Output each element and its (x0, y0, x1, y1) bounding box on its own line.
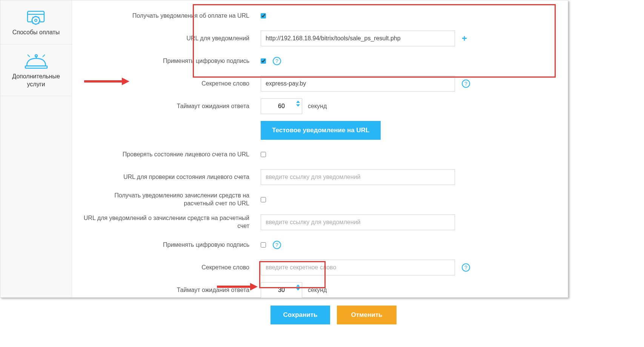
svg-rect-12 (25, 66, 47, 68)
sidebar-item-label: Дополнительные услуги (4, 73, 68, 89)
test-notification-button[interactable]: Тестовое уведомление на URL (261, 121, 381, 140)
check-url-label: URL для проверки состояния лицевого счет… (83, 173, 261, 181)
help-icon[interactable]: ? (273, 241, 281, 249)
svg-line-11 (38, 17, 39, 18)
apply-signature2-label: Применять цифровую подпись (83, 241, 261, 249)
notify-url-checkbox-label: Получать уведомления об оплате на URL (83, 12, 261, 20)
sidebar-item-additional-services[interactable]: Дополнительные услуги (0, 44, 72, 96)
secret-word-input[interactable] (261, 76, 455, 92)
notify-url-label: URL для уведомлений (83, 35, 261, 43)
annotation-arrow-icon (84, 77, 129, 86)
apply-signature-checkbox[interactable] (261, 58, 266, 64)
check-account-checkbox[interactable] (261, 152, 266, 157)
svg-line-8 (32, 17, 33, 18)
spinner-up-icon[interactable] (296, 101, 300, 103)
spinner-down-icon[interactable] (296, 104, 300, 107)
cancel-button[interactable]: Отменить (337, 306, 397, 324)
wallet-gear-icon (4, 10, 68, 25)
notify-url-input[interactable] (261, 31, 455, 46)
help-icon[interactable]: ? (462, 263, 470, 272)
svg-marker-18 (122, 78, 129, 85)
svg-line-15 (28, 55, 30, 57)
notify-url-checkbox[interactable] (261, 13, 266, 18)
svg-line-16 (43, 55, 45, 57)
timeout-unit: секунд (308, 103, 327, 110)
apply-signature2-checkbox[interactable] (261, 242, 266, 248)
credit-url-input[interactable] (261, 214, 455, 230)
timeout-label: Таймаут ожидания ответа (83, 102, 261, 110)
credit-url-label: URL для уведомлений о зачислении средств… (83, 214, 261, 230)
svg-point-14 (35, 55, 37, 57)
sidebar-item-label: Способы оплаты (4, 29, 68, 37)
timeout2-unit: секунд (308, 287, 327, 293)
check-account-label: Проверять состояние лицевого счета по UR… (83, 151, 261, 159)
annotation-arrow-icon (217, 282, 258, 291)
save-button[interactable]: Сохранить (271, 306, 330, 324)
help-icon[interactable]: ? (273, 57, 281, 65)
secret-word2-input[interactable] (261, 260, 455, 275)
svg-line-9 (38, 23, 39, 24)
spinner-down-icon[interactable] (296, 288, 300, 290)
check-url-input[interactable] (261, 169, 455, 185)
secret-word2-label: Секретное слово (83, 264, 261, 272)
svg-marker-20 (250, 283, 258, 290)
credit-notify-label: Получать уведомленияо зачислении средств… (83, 192, 261, 208)
help-icon[interactable]: ? (462, 79, 470, 88)
svg-line-10 (32, 23, 33, 24)
service-bell-icon (4, 54, 68, 69)
sidebar-item-payment-methods[interactable]: Способы оплаты (0, 0, 72, 44)
credit-notify-checkbox[interactable] (261, 197, 266, 202)
spinner-up-icon[interactable] (296, 284, 300, 287)
add-url-button[interactable]: + (462, 33, 467, 44)
sidebar: Способы оплаты Дополнительные услуги (0, 0, 72, 297)
main-form-area: Получать уведомления об оплате на URL UR… (72, 0, 568, 297)
apply-signature-label: Применять цифровую подпись (83, 57, 261, 65)
